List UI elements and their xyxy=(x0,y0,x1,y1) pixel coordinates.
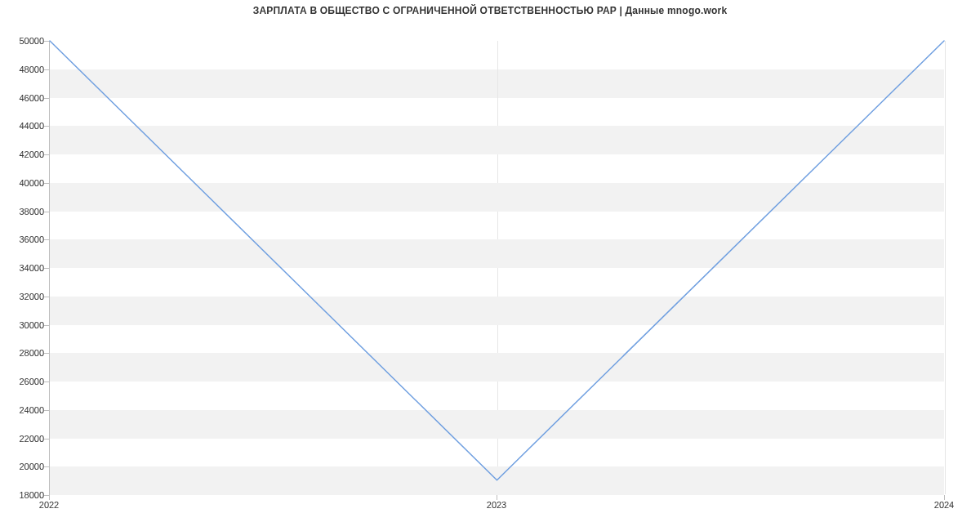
y-tick-label: 26000 xyxy=(5,377,44,386)
y-tick-label: 44000 xyxy=(5,121,44,131)
x-tick-label: 2023 xyxy=(487,500,506,510)
y-tick-label: 22000 xyxy=(5,434,44,444)
y-tick-mark xyxy=(44,69,49,70)
y-tick-mark xyxy=(44,297,49,297)
y-tick-label: 20000 xyxy=(5,462,44,471)
y-tick-label: 24000 xyxy=(5,405,44,415)
y-tick-mark xyxy=(44,154,49,155)
y-tick-mark xyxy=(44,325,49,326)
chart-container: ЗАРПЛАТА В ОБЩЕСТВО С ОГРАНИЧЕННОЙ ОТВЕТ… xyxy=(0,0,980,531)
y-tick-label: 48000 xyxy=(5,65,44,74)
x-tick-label: 2022 xyxy=(39,500,59,510)
y-tick-mark xyxy=(44,410,49,411)
y-tick-label: 38000 xyxy=(5,207,44,216)
x-tick-mark xyxy=(49,495,50,500)
y-tick-mark xyxy=(44,183,49,184)
line-series xyxy=(50,41,944,494)
y-tick-label: 28000 xyxy=(5,348,44,358)
y-tick-mark xyxy=(44,126,49,127)
x-tick-mark xyxy=(944,495,945,500)
y-tick-label: 18000 xyxy=(5,490,44,500)
y-tick-label: 50000 xyxy=(5,36,44,46)
y-tick-label: 46000 xyxy=(5,93,44,103)
y-tick-label: 30000 xyxy=(5,320,44,330)
chart-title: ЗАРПЛАТА В ОБЩЕСТВО С ОГРАНИЧЕННОЙ ОТВЕТ… xyxy=(0,5,980,16)
y-tick-label: 32000 xyxy=(5,292,44,301)
y-tick-mark xyxy=(44,466,49,467)
y-tick-mark xyxy=(44,268,49,269)
x-tick-label: 2024 xyxy=(934,500,954,510)
y-tick-label: 36000 xyxy=(5,234,44,244)
y-tick-label: 42000 xyxy=(5,149,44,159)
y-tick-mark xyxy=(44,41,49,42)
y-tick-mark xyxy=(44,382,49,382)
y-tick-mark xyxy=(44,98,49,99)
y-tick-mark xyxy=(44,439,49,440)
x-tick-mark xyxy=(497,495,497,500)
grid-line-vertical xyxy=(945,41,946,494)
y-tick-mark xyxy=(44,212,49,212)
plot-area xyxy=(49,41,944,495)
y-tick-mark xyxy=(44,353,49,354)
y-tick-label: 40000 xyxy=(5,178,44,188)
y-tick-mark xyxy=(44,239,49,240)
y-tick-label: 34000 xyxy=(5,263,44,273)
